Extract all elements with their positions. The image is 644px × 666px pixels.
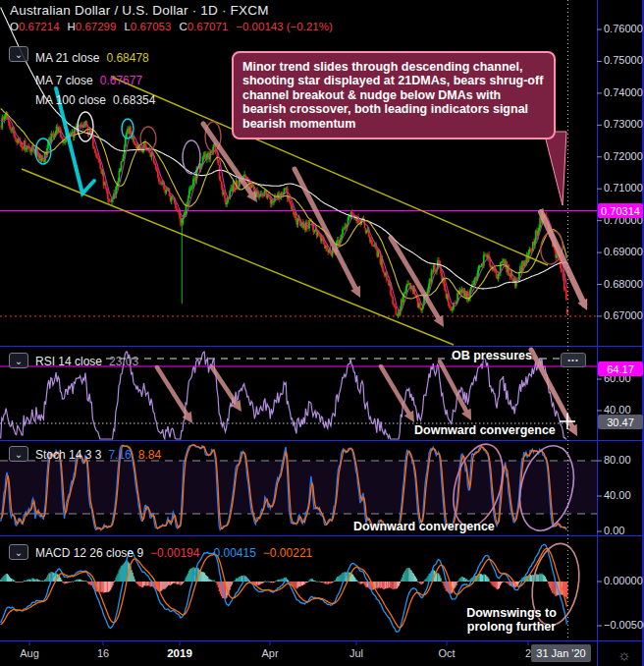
ohlc-low: L0.67053 <box>124 21 171 32</box>
price-axis-label: 0.67000 <box>604 309 643 321</box>
ma21-label: MA 21 close <box>35 51 99 65</box>
main-legend-collapse-button[interactable]: ⌄ <box>9 46 28 62</box>
price-axis-label: 0.71000 <box>604 182 643 194</box>
ma21-value: 0.68478 <box>106 51 148 65</box>
rsi-legend-row[interactable]: RSI 14 close 23.03 <box>35 355 138 368</box>
note-tail <box>544 132 566 205</box>
price-level-badge: 0.70314 <box>598 203 643 218</box>
ohlc-change: −0.00143 (−0.21%) <box>236 21 332 32</box>
ohlc-high: H0.67299 <box>68 21 117 32</box>
ohlc-close: C0.67071 <box>179 21 228 32</box>
trend-arrow-4 <box>541 212 587 310</box>
price-axis-label: 0.74000 <box>604 86 643 98</box>
time-axis-label: 2019 <box>167 647 192 659</box>
macd-line-value: −0.00415 <box>206 546 255 560</box>
price-axis-label: 0.69000 <box>604 246 643 257</box>
rsi-collapse-button[interactable]: ⌄ <box>9 353 28 368</box>
rsi-label: RSI 14 close <box>35 355 102 368</box>
macd-axis-label: 0.00000 <box>604 575 643 586</box>
stoch-collapse-button[interactable]: ⌄ <box>9 446 28 462</box>
trend-arrow-2 <box>295 169 360 298</box>
time-axis-label: Oct <box>438 647 455 659</box>
annotation-note[interactable]: Minor trend slides through descending ch… <box>232 51 556 139</box>
stoch-axis-label: 0.00 <box>604 525 624 536</box>
time-axis-label: Aug <box>20 647 39 659</box>
ma100-line <box>1 8 567 289</box>
time-axis-label: Jul <box>349 647 363 659</box>
ellipse-purple-flashcrash <box>183 140 200 174</box>
stoch-k-value: 7.16 <box>108 448 131 462</box>
macd-axis-label: −0.00500 <box>604 619 644 631</box>
rsi-more-button[interactable]: ••• <box>561 353 586 367</box>
price-axis-label: 0.75000 <box>604 54 643 66</box>
symbol-title: Australian Dollar / U.S. Dollar · 1D · F… <box>10 3 269 18</box>
macd-signal-value: −0.00221 <box>263 546 312 560</box>
price-axis-label: 0.73000 <box>604 118 643 130</box>
ma7-legend-row[interactable]: MA 7 close 0.67677 <box>35 74 142 87</box>
ma7-label: MA 7 close <box>35 74 93 87</box>
symbol-header[interactable]: Australian Dollar / U.S. Dollar · 1D · F… <box>10 3 269 18</box>
settings-icon[interactable]: ☼ <box>607 644 642 664</box>
stoch-d-value: 8.84 <box>138 448 161 462</box>
ma7-value: 0.67677 <box>100 74 142 87</box>
time-axis-label: Apr <box>261 647 278 659</box>
ohlc-row: O0.67214 H0.67299 L0.67053 C0.67071 −0.0… <box>10 21 333 32</box>
stoch-legend-row[interactable]: Stoch 14 3 3 7.16 8.84 <box>35 448 161 462</box>
ohlc-open: O0.67214 <box>10 21 60 32</box>
stoch-axis-label: 80.00 <box>604 454 631 466</box>
ma100-legend-row[interactable]: MA 100 close 0.68354 <box>35 93 155 107</box>
trading-chart-window: Australian Dollar / U.S. Dollar · 1D · F… <box>0 0 644 666</box>
ma100-value: 0.68354 <box>113 93 155 107</box>
ob-pressures-label: OB pressures <box>452 349 532 362</box>
stoch-downward-convergence-label: Downward convergence <box>353 520 495 533</box>
macd-legend-row[interactable]: MACD 12 26 close 9 −0.00194 −0.00415 −0.… <box>35 546 312 560</box>
ellipse-darkred-1 <box>140 127 156 150</box>
stoch-axis-label: 40.00 <box>604 489 631 501</box>
price-axis-label: 0.76000 <box>604 23 643 34</box>
rsi-value: 23.03 <box>109 355 138 368</box>
crosshair-date-badge: 31 Jan '20 <box>531 644 591 662</box>
price-axis-label: 0.72000 <box>604 150 643 162</box>
rsi-crosshair-badge: 30.47 <box>598 415 643 429</box>
stoch-label: Stoch 14 3 3 <box>35 448 101 462</box>
macd-hist-value: −0.00194 <box>150 546 199 560</box>
macd-collapse-button[interactable]: ⌄ <box>9 544 28 560</box>
rsi-downward-convergence-label: Downward convergence <box>414 423 556 437</box>
macd-label: MACD 12 26 close 9 <box>35 546 143 560</box>
price-axis-label: 0.68000 <box>604 278 643 290</box>
ma100-label: MA 100 close <box>35 93 106 107</box>
rsi-value-badge: 64.17 <box>598 361 643 376</box>
macd-downswings-label: Downswings to prolong further <box>461 606 562 634</box>
time-axis-label: 16 <box>97 647 109 659</box>
ma21-legend-row[interactable]: MA 21 close 0.68478 <box>35 51 149 65</box>
